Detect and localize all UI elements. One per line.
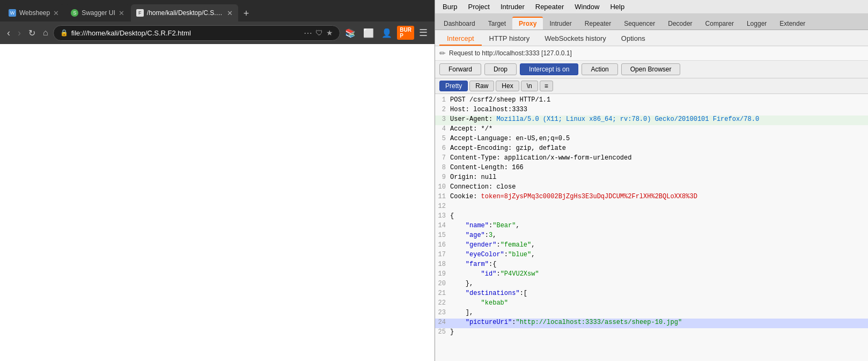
menu-repeater[interactable]: Repeater [530,2,569,12]
table-row: 17 "eyeColor":"blue", [435,251,868,261]
line-number: 24 [435,319,450,328]
tab-extender[interactable]: Extender [773,18,812,30]
view-tab-newline[interactable]: \n [521,81,538,91]
sub-tab-websockets[interactable]: WebSockets history [537,32,614,46]
intercept-on-button[interactable]: Intercept is on [520,63,578,75]
line-number: 16 [435,241,450,251]
url-text: file:///home/kali/Desktop/C.S.R.F2.html [71,29,301,37]
sub-tab-http-history[interactable]: HTTP history [482,32,538,46]
line-number: 8 [435,164,450,174]
tab-comparer[interactable]: Comparer [699,18,740,30]
line-content: "eyeColor":"blue", [450,251,868,261]
table-row: 14 "name":"Bear", [435,222,868,232]
swagger-close-icon[interactable]: ✕ [119,9,124,17]
table-row: 1 POST /csrf2/sheep HTTP/1.1 [435,96,868,106]
line-number: 1 [435,96,450,106]
view-tab-pretty[interactable]: Pretty [439,81,468,91]
menu-burp[interactable]: Burp [437,2,462,12]
tab-dashboard[interactable]: Dashboard [437,18,482,30]
csrf-close-icon[interactable]: ✕ [227,9,233,17]
line-number: 14 [435,222,450,232]
shield-icon: 🛡 [315,28,323,37]
bookmarks-button[interactable]: 📚 [342,27,358,39]
menu-button[interactable]: ☰ [416,26,430,40]
view-tab-raw[interactable]: Raw [469,81,494,91]
sidebar-button[interactable]: ⬜ [361,27,377,39]
line-content: User-Agent: Mozilla/5.0 (X11; Linux x86_… [450,115,868,125]
websheep-close-icon[interactable]: ✕ [53,9,59,17]
menu-help[interactable]: Help [605,2,630,12]
line-content: ], [450,309,868,319]
line-number: 21 [435,290,450,299]
menu-project[interactable]: Project [462,2,495,12]
table-row: 18 "farm":{ [435,261,868,270]
url-more-icon[interactable]: ⋯ [304,28,312,38]
line-number: 4 [435,125,450,135]
view-tab-hex[interactable]: Hex [496,81,519,91]
line-content: Accept: */* [450,125,868,135]
burp-toolbar: Forward Drop Intercept is on Action Open… [435,61,868,78]
menu-intruder[interactable]: Intruder [495,2,530,12]
tab-sequencer[interactable]: Sequencer [617,18,661,30]
line-content: "kebab" [450,299,868,309]
websheep-tab-label: Websheep [19,9,50,17]
drop-button[interactable]: Drop [484,63,517,75]
browser-tab-swagger[interactable]: S Swagger UI ✕ [65,4,130,21]
sub-tab-options[interactable]: Options [614,32,653,46]
forward-button[interactable]: Forward [439,63,481,75]
burp-badge[interactable]: BURP [397,26,414,40]
browser-content-area [0,44,435,361]
forward-button[interactable]: › [15,26,24,40]
open-browser-button[interactable]: Open Browser [621,63,681,75]
bookmark-icon[interactable]: ★ [326,28,333,37]
line-number: 2 [435,106,450,115]
line-content: POST /csrf2/sheep HTTP/1.1 [450,96,868,106]
burp-main-tabs: Dashboard Target Proxy Intruder Repeater… [435,14,868,30]
table-row: 7 Content-Type: application/x-www-form-u… [435,154,868,164]
websheep-favicon: W [9,9,16,17]
line-content: "id":"P4VU2Xsw" [450,270,868,280]
table-row: 21 "destinations":[ [435,290,868,299]
line-number: 13 [435,212,450,222]
menu-window[interactable]: Window [569,2,605,12]
new-tab-button[interactable]: + [239,6,254,21]
profile-button[interactable]: 👤 [379,27,395,39]
table-row: 13 { [435,212,868,222]
table-row: 9 Origin: null [435,174,868,183]
line-content: }, [450,280,868,290]
reload-button[interactable]: ↻ [26,27,38,39]
tab-repeater[interactable]: Repeater [578,18,617,30]
csrf-favicon: F [136,9,144,17]
line-content: Connection: close [450,183,868,193]
swagger-favicon: S [71,9,78,17]
line-content: "gender":"female", [450,241,868,251]
view-tabs-bar: Pretty Raw Hex \n ≡ [435,78,868,94]
tab-proxy[interactable]: Proxy [512,17,543,30]
line-content: Accept-Language: en-US,en;q=0.5 [450,135,868,145]
back-button[interactable]: ‹ [4,26,13,40]
table-row: 22 "kebab" [435,299,868,309]
url-bar[interactable]: 🔒 file:///home/kali/Desktop/C.S.R.F2.htm… [53,25,341,41]
line-content: "destinations":[ [450,290,868,299]
line-content: "farm":{ [450,261,868,270]
lock-icon: 🔒 [60,29,68,37]
line-number: 18 [435,261,450,270]
pencil-icon: ✏ [439,49,446,57]
table-row: 24 "pictureUri":"http://localhost:3333/a… [435,319,868,328]
table-row: 8 Content-Length: 166 [435,164,868,174]
line-number: 15 [435,232,450,241]
sub-tab-intercept[interactable]: Intercept [439,32,482,46]
home-button[interactable]: ⌂ [40,27,51,39]
browser-tab-csrf[interactable]: F /home/kali/Desktop/C.S.R.F... ✕ [131,4,238,21]
action-button[interactable]: Action [582,63,617,75]
code-area[interactable]: 1 POST /csrf2/sheep HTTP/1.1 2 Host: loc… [435,94,868,361]
tab-intruder[interactable]: Intruder [543,18,578,30]
tab-logger[interactable]: Logger [740,18,773,30]
view-tab-more[interactable]: ≡ [540,81,553,91]
browser-tab-websheep[interactable]: W Websheep ✕ [3,4,64,21]
tab-target[interactable]: Target [482,18,512,30]
burp-sub-tabs: Intercept HTTP history WebSockets histor… [435,30,868,46]
tab-decoder[interactable]: Decoder [661,18,698,30]
line-number: 7 [435,154,450,164]
line-content: } [450,328,868,338]
